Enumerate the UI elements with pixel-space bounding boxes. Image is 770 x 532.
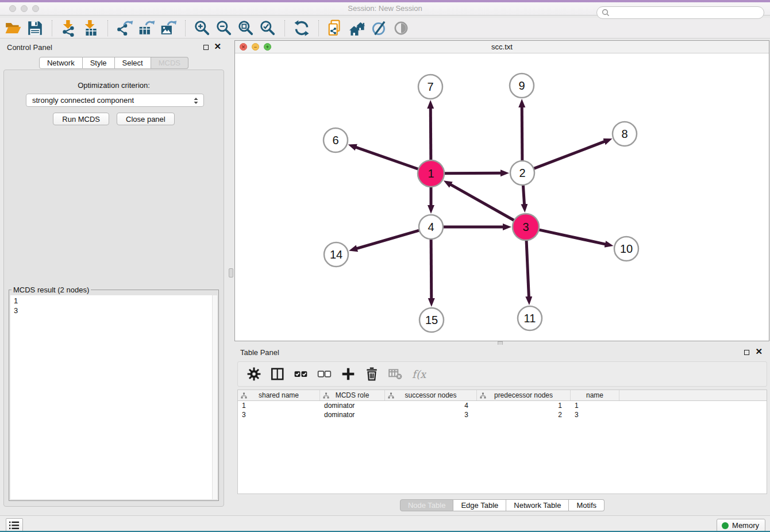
refresh-layout-button[interactable] <box>293 19 310 37</box>
tab-select[interactable]: Select <box>115 57 151 69</box>
mcds-result-area[interactable]: 13 <box>10 295 217 499</box>
node-3[interactable]: 3 <box>513 214 539 240</box>
node-label: 2 <box>519 167 525 179</box>
close-panel-button[interactable]: Close panel <box>117 113 175 125</box>
node-11[interactable]: 11 <box>518 306 542 330</box>
table-row[interactable]: 3dominator323 <box>238 410 767 419</box>
table-cell[interactable]: 3 <box>238 410 320 419</box>
node-7[interactable]: 7 <box>418 75 442 99</box>
tab-node-table[interactable]: Node Table <box>400 499 454 511</box>
tab-motifs[interactable]: Motifs <box>569 499 605 511</box>
tab-network-table[interactable]: Network Table <box>506 499 569 511</box>
column-header-predecessor-nodes[interactable]: predecessor nodes <box>477 390 571 400</box>
table-header-row: shared nameMCDS rolesuccessor nodesprede… <box>238 390 767 401</box>
table-cell[interactable]: dominator <box>320 401 385 410</box>
table-panel: Table Panel ✕ f(x) shared nameMCDS roles… <box>234 345 770 514</box>
column-header-name[interactable]: name <box>571 390 619 400</box>
first-neighbors-button[interactable] <box>349 19 366 37</box>
edge-1-2[interactable] <box>444 173 501 174</box>
column-sort-icon <box>323 392 329 399</box>
network-view-window: ✕ − + scc.txt 7968124314101511 <box>234 40 769 341</box>
node-4[interactable]: 4 <box>419 215 443 239</box>
column-header-MCDS-role[interactable]: MCDS role <box>320 390 385 400</box>
table-cell[interactable]: 3 <box>571 410 619 419</box>
table-cell[interactable]: 1 <box>477 401 571 410</box>
zoom-fit-button[interactable] <box>237 19 255 37</box>
close-panel-icon[interactable]: ✕ <box>214 41 221 52</box>
manage-columns-button[interactable] <box>270 367 285 381</box>
network-canvas[interactable]: 7968124314101511 <box>235 53 769 341</box>
edge-2-3[interactable] <box>523 184 524 205</box>
open-file-button[interactable] <box>5 19 22 37</box>
export-image-button[interactable] <box>160 19 177 37</box>
table-float-panel-icon[interactable] <box>744 350 749 355</box>
node-15[interactable]: 15 <box>419 308 444 332</box>
table-close-panel-icon[interactable]: ✕ <box>755 346 763 357</box>
toolbar-separator <box>52 20 52 36</box>
zoom-selected-button[interactable] <box>259 19 276 37</box>
tab-mcds[interactable]: MCDS <box>151 57 188 69</box>
toolbar-separator <box>318 20 319 36</box>
edge-4-15[interactable] <box>431 238 432 299</box>
network-window-titlebar[interactable]: ✕ − + scc.txt <box>235 41 769 53</box>
edge-2-8[interactable] <box>533 141 605 169</box>
node-1[interactable]: 1 <box>418 160 444 187</box>
splitter-handle[interactable] <box>229 268 233 277</box>
run-mcds-button[interactable]: Run MCDS <box>53 113 109 125</box>
add-column-button[interactable] <box>341 367 356 381</box>
table-toolbar: f(x) <box>237 361 767 387</box>
table-row[interactable]: 1dominator411 <box>238 401 767 410</box>
float-panel-icon[interactable] <box>203 45 209 50</box>
node-6[interactable]: 6 <box>324 128 348 152</box>
table-cell[interactable]: 2 <box>477 410 571 419</box>
node-label: 11 <box>524 312 536 325</box>
save-session-button[interactable] <box>26 19 44 37</box>
table-cell[interactable]: dominator <box>320 410 385 419</box>
table-cell[interactable]: 1 <box>238 401 320 410</box>
node-14[interactable]: 14 <box>324 242 348 267</box>
zoom-out-button[interactable] <box>215 19 233 37</box>
tab-style[interactable]: Style <box>83 57 115 69</box>
select-all-rows-button[interactable] <box>294 367 309 381</box>
column-sort-icon <box>241 392 247 399</box>
clone-network-button[interactable] <box>327 19 344 37</box>
node-8[interactable]: 8 <box>613 122 637 146</box>
column-label: name <box>586 391 603 399</box>
column-header-successor-nodes[interactable]: successor nodes <box>385 390 477 400</box>
edge-4-14[interactable] <box>357 230 420 249</box>
table-cell[interactable]: 1 <box>571 401 619 410</box>
table-settings-button[interactable] <box>247 367 261 381</box>
panel-splitter[interactable] <box>228 38 234 515</box>
delete-column-button[interactable] <box>364 367 379 381</box>
import-table-button[interactable] <box>82 19 99 37</box>
export-table-button[interactable] <box>138 19 155 37</box>
control-panel-title: Control Panel <box>7 43 52 52</box>
column-header-shared-name[interactable]: shared name <box>238 390 320 400</box>
node-9[interactable]: 9 <box>510 74 534 98</box>
edge-1-6[interactable] <box>356 147 419 169</box>
tab-network[interactable]: Network <box>39 57 83 69</box>
table-cell[interactable]: 3 <box>385 410 477 419</box>
edge-2-9[interactable] <box>522 107 522 161</box>
task-history-button[interactable] <box>6 518 23 532</box>
import-network-button[interactable] <box>60 19 78 37</box>
node-2[interactable]: 2 <box>510 161 534 185</box>
node-10[interactable]: 10 <box>614 237 638 261</box>
edge-3-11[interactable] <box>526 240 529 297</box>
result-scrollbar[interactable] <box>212 295 217 499</box>
memory-button[interactable]: Memory <box>717 519 765 532</box>
zoom-in-button[interactable] <box>194 19 211 37</box>
edge-1-7[interactable] <box>430 108 431 161</box>
table-cell[interactable]: 4 <box>385 401 477 410</box>
table-tabs: Node TableEdge TableNetwork TableMotifs <box>234 499 770 511</box>
hide-labels-button[interactable] <box>371 19 388 37</box>
export-network-button[interactable] <box>116 19 133 37</box>
deselect-all-rows-button[interactable] <box>317 367 332 381</box>
edge-3-10[interactable] <box>538 230 605 244</box>
tab-edge-table[interactable]: Edge Table <box>453 499 506 511</box>
criterion-select[interactable]: strongly connected component <box>26 94 204 107</box>
search-input[interactable] <box>612 9 759 17</box>
search-box[interactable] <box>596 6 764 19</box>
zoom-out-icon <box>215 20 233 37</box>
edge-3-1[interactable] <box>451 184 515 221</box>
